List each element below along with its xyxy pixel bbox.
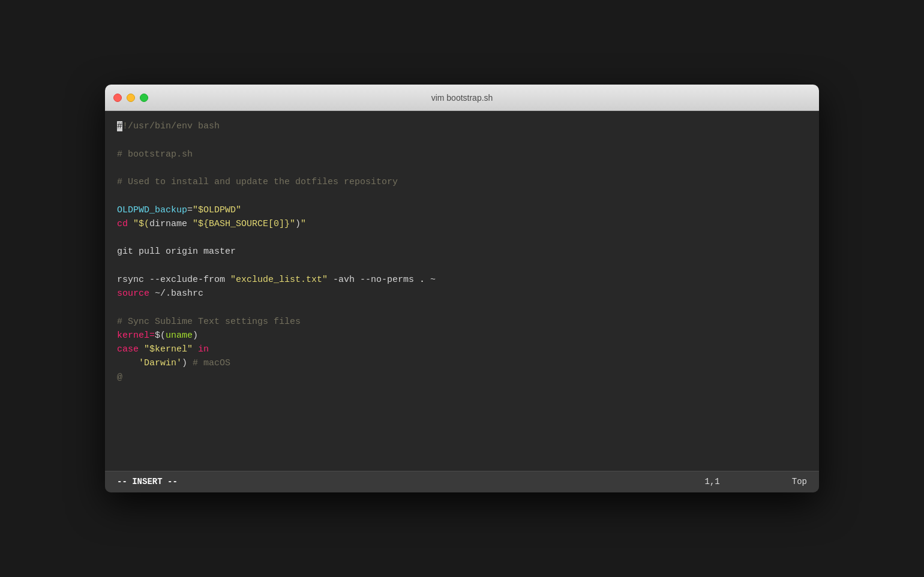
line-5: # Used to install and update the dotfile… (117, 175, 807, 189)
editor-area[interactable]: #!/usr/bin/env bash # bootstrap.sh # Use… (105, 111, 819, 492)
line-14 (117, 300, 807, 314)
cursor: # (117, 121, 122, 131)
line-16: kernel=$(uname) (117, 329, 807, 342)
line-18: 'Darwin') # macOS (117, 356, 807, 370)
line-7: OLDPWD_backup="$OLDPWD" (117, 203, 807, 217)
line-10: git pull origin master (117, 245, 807, 259)
statusbar-right: 1,1 Top (705, 476, 807, 489)
line-6 (117, 189, 807, 203)
line-17: case "$kernel" in (117, 342, 807, 356)
statusbar-scroll: Top (792, 476, 807, 489)
statusbar: -- INSERT -- 1,1 Top (105, 471, 819, 492)
titlebar: vim bootstrap.sh (105, 85, 819, 111)
code-content: #!/usr/bin/env bash # bootstrap.sh # Use… (105, 111, 819, 471)
line-13: source ~/.bashrc (117, 287, 807, 300)
line-9 (117, 231, 807, 245)
line-15: # Sync Sublime Text settings files (117, 315, 807, 329)
line-2 (117, 133, 807, 147)
line-8: cd "$(dirname "${BASH_SOURCE[0]}")" (117, 217, 807, 231)
line-3: # bootstrap.sh (117, 148, 807, 161)
maximize-button[interactable] (140, 94, 148, 102)
close-button[interactable] (113, 94, 122, 102)
statusbar-mode: -- INSERT -- (117, 476, 178, 489)
vim-window: vim bootstrap.sh #!/usr/bin/env bash # b… (105, 85, 819, 492)
line-12: rsync --exclude-from "exclude_list.txt" … (117, 273, 807, 287)
line-11 (117, 259, 807, 273)
window-title: vim bootstrap.sh (431, 93, 493, 103)
line-1: #!/usr/bin/env bash (117, 119, 807, 133)
line-4 (117, 161, 807, 175)
traffic-lights (113, 94, 148, 102)
line-19: @ (117, 371, 807, 384)
statusbar-position: 1,1 (705, 476, 720, 489)
minimize-button[interactable] (127, 94, 135, 102)
